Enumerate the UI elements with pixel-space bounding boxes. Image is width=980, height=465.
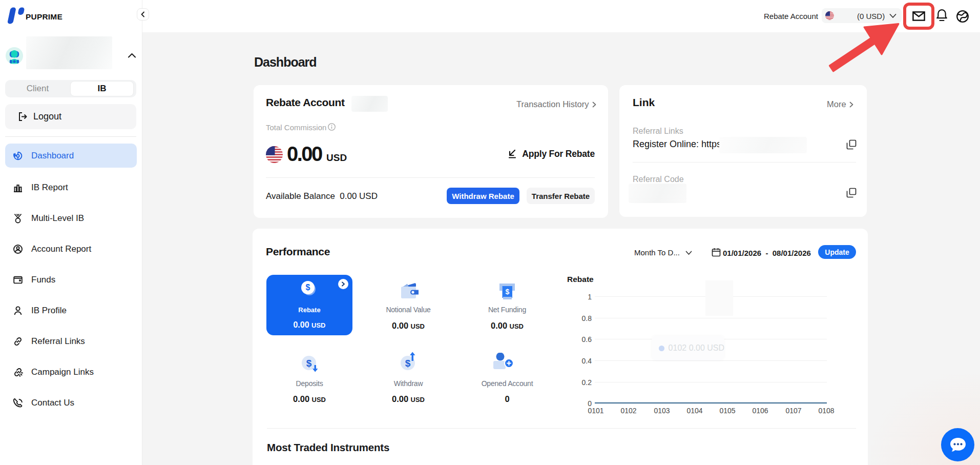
svg-text:$: $ [506, 288, 510, 296]
svg-text:$: $ [405, 358, 411, 369]
svg-text:$: $ [306, 358, 312, 369]
